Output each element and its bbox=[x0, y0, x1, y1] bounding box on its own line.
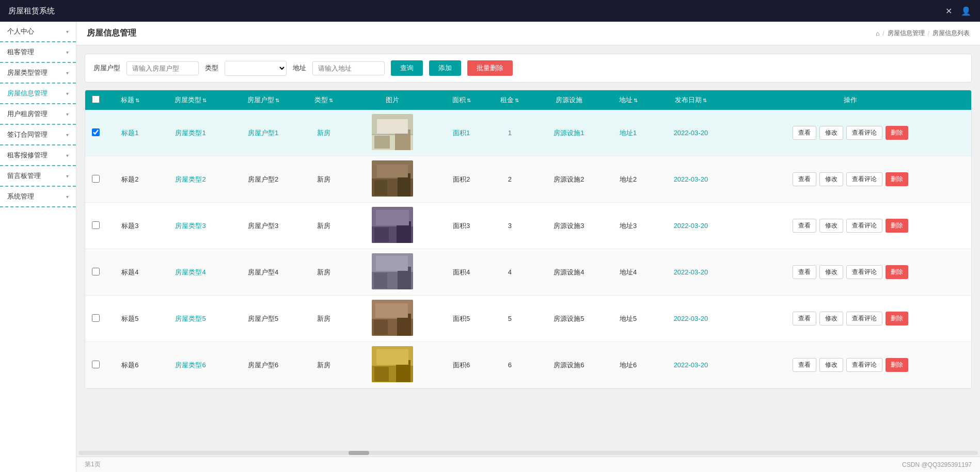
delete-button[interactable]: 删除 bbox=[886, 126, 908, 140]
chevron-down-icon: ▾ bbox=[66, 132, 69, 138]
page-title: 房屋信息管理 bbox=[87, 28, 136, 39]
sidebar-item-message[interactable]: 留言板管理 ▾ bbox=[0, 166, 76, 187]
comment-button[interactable]: 查看评论 bbox=[846, 358, 882, 372]
row-checkbox[interactable] bbox=[92, 221, 100, 229]
edit-button[interactable]: 修改 bbox=[819, 312, 843, 325]
svg-rect-8 bbox=[374, 180, 387, 196]
row-checkbox[interactable] bbox=[92, 128, 100, 136]
row-area: 面积4 bbox=[437, 249, 486, 296]
hscroll-area[interactable] bbox=[76, 449, 980, 457]
row-house-type[interactable]: 房屋类型2 bbox=[154, 156, 227, 203]
view-button[interactable]: 查看 bbox=[793, 312, 816, 325]
row-checkbox[interactable] bbox=[92, 175, 100, 183]
chevron-down-icon: ▾ bbox=[66, 173, 69, 179]
comment-button[interactable]: 查看评论 bbox=[846, 312, 882, 325]
row-facilities: 房源设施6 bbox=[534, 342, 604, 388]
row-checkbox[interactable] bbox=[92, 268, 100, 275]
row-area: 面积3 bbox=[437, 203, 486, 249]
row-checkbox[interactable] bbox=[92, 361, 100, 368]
col-image: 图片 bbox=[348, 90, 437, 110]
table-container: 标题⇅ 房屋类型⇅ 房屋户型⇅ 类型⇅ 图片 面积⇅ 租金⇅ 房源设施 地址⇅ … bbox=[85, 90, 972, 389]
row-check-cell bbox=[85, 296, 106, 342]
row-house-type[interactable]: 房屋类型3 bbox=[154, 203, 227, 249]
row-address: 地址6 bbox=[604, 342, 653, 388]
sidebar-item-repair[interactable]: 租客报修管理 ▾ bbox=[0, 145, 76, 166]
row-address: 地址4 bbox=[604, 249, 653, 296]
user-icon[interactable]: 👤 bbox=[960, 5, 972, 17]
address-input[interactable] bbox=[312, 61, 385, 75]
row-publish-date: 2022-03-20 bbox=[653, 110, 730, 156]
sidebar-item-user-rent[interactable]: 用户租房管理 ▾ bbox=[0, 104, 76, 125]
view-button[interactable]: 查看 bbox=[793, 172, 816, 186]
view-button[interactable]: 查看 bbox=[793, 126, 816, 140]
app-title: 房屋租赁系统 bbox=[8, 6, 55, 16]
sidebar-item-label: 签订合同管理 bbox=[7, 130, 48, 139]
edit-button[interactable]: 修改 bbox=[819, 265, 843, 279]
row-house-layout: 房屋户型3 bbox=[227, 203, 299, 249]
row-checkbox[interactable] bbox=[92, 314, 100, 322]
delete-button[interactable]: 删除 bbox=[886, 265, 908, 279]
chevron-down-icon: ▾ bbox=[66, 70, 69, 76]
svg-rect-23 bbox=[374, 320, 388, 335]
comment-button[interactable]: 查看评论 bbox=[846, 219, 882, 233]
view-button[interactable]: 查看 bbox=[793, 219, 816, 233]
view-button[interactable]: 查看 bbox=[793, 265, 816, 279]
sidebar-item-system[interactable]: 系统管理 ▾ bbox=[0, 187, 76, 207]
row-house-type[interactable]: 房屋类型1 bbox=[154, 110, 227, 156]
delete-button[interactable]: 删除 bbox=[886, 172, 908, 186]
row-house-type[interactable]: 房屋类型6 bbox=[154, 342, 227, 388]
comment-button[interactable]: 查看评论 bbox=[846, 172, 882, 186]
sidebar-item-house-info[interactable]: 房屋信息管理 ▾ bbox=[0, 84, 76, 104]
sidebar-item-house-type[interactable]: 房屋类型管理 ▾ bbox=[0, 63, 76, 84]
address-label: 地址 bbox=[293, 63, 306, 73]
row-house-layout: 房屋户型4 bbox=[227, 249, 299, 296]
col-check bbox=[85, 90, 106, 110]
svg-rect-15 bbox=[376, 210, 409, 225]
close-icon[interactable]: ✕ bbox=[943, 5, 954, 17]
row-category: 新房 bbox=[299, 110, 348, 156]
edit-button[interactable]: 修改 bbox=[819, 219, 843, 233]
chevron-down-icon: ▾ bbox=[66, 50, 69, 55]
breadcrumb-home: ⌂ bbox=[876, 30, 879, 37]
select-all-checkbox[interactable] bbox=[92, 95, 100, 103]
row-image-cell bbox=[348, 296, 437, 342]
comment-button[interactable]: 查看评论 bbox=[846, 265, 882, 279]
row-check-cell bbox=[85, 249, 106, 296]
row-publish-date: 2022-03-20 bbox=[653, 156, 730, 203]
house-type-input[interactable] bbox=[127, 61, 199, 75]
svg-rect-2 bbox=[374, 136, 390, 149]
delete-button[interactable]: 删除 bbox=[886, 219, 908, 233]
sidebar-item-tenant[interactable]: 租客管理 ▾ bbox=[0, 42, 76, 63]
house-type-label: 房屋户型 bbox=[93, 63, 120, 73]
view-button[interactable]: 查看 bbox=[793, 358, 816, 372]
row-house-type[interactable]: 房屋类型4 bbox=[154, 249, 227, 296]
row-action-cell: 查看 修改 查看评论 删除 bbox=[729, 342, 971, 388]
row-house-type[interactable]: 房屋类型5 bbox=[154, 296, 227, 342]
edit-button[interactable]: 修改 bbox=[819, 358, 843, 372]
row-facilities: 房源设施4 bbox=[534, 249, 604, 296]
sidebar-item-label: 租客管理 bbox=[7, 47, 34, 57]
row-house-layout: 房屋户型5 bbox=[227, 296, 299, 342]
sidebar-item-personal[interactable]: 个人中心 ▾ bbox=[0, 22, 76, 42]
query-button[interactable]: 查询 bbox=[391, 60, 423, 76]
comment-button[interactable]: 查看评论 bbox=[846, 126, 882, 140]
delete-button[interactable]: 删除 bbox=[886, 312, 908, 325]
batch-delete-button[interactable]: 批量删除 bbox=[467, 60, 513, 76]
page-info: 第1页 bbox=[85, 460, 101, 469]
row-rent: 1 bbox=[485, 110, 534, 156]
edit-button[interactable]: 修改 bbox=[819, 126, 843, 140]
svg-rect-28 bbox=[374, 367, 389, 381]
edit-button[interactable]: 修改 bbox=[819, 172, 843, 186]
row-rent: 4 bbox=[485, 249, 534, 296]
col-category: 类型⇅ bbox=[299, 90, 348, 110]
delete-button[interactable]: 删除 bbox=[886, 358, 908, 372]
row-action-cell: 查看 修改 查看评论 删除 bbox=[729, 110, 971, 156]
svg-rect-4 bbox=[377, 119, 408, 134]
row-title: 标题3 bbox=[106, 203, 154, 249]
category-select[interactable]: 新房 二手房 bbox=[225, 61, 287, 76]
row-check-cell bbox=[85, 110, 106, 156]
sidebar-item-contract[interactable]: 签订合同管理 ▾ bbox=[0, 125, 76, 145]
row-image-cell bbox=[348, 249, 437, 296]
add-button[interactable]: 添加 bbox=[429, 60, 461, 76]
row-publish-date: 2022-03-20 bbox=[653, 249, 730, 296]
